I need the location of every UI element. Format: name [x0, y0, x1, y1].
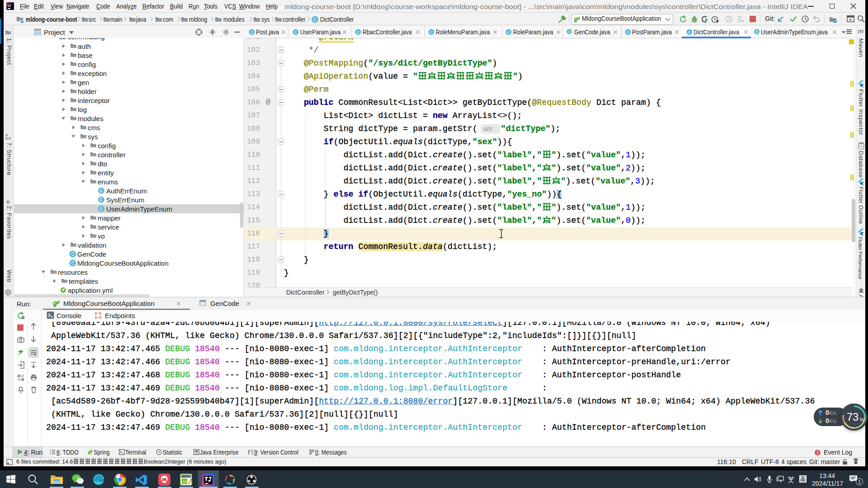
svg-text:E: E: [99, 206, 103, 211]
svg-text:%: %: [860, 417, 864, 422]
svg-text:C: C: [250, 30, 254, 35]
svg-text:E: E: [755, 29, 758, 34]
svg-text:E: E: [99, 197, 103, 202]
svg-text:C: C: [430, 30, 433, 35]
svg-text:C: C: [357, 30, 360, 35]
svg-text:C: C: [313, 17, 316, 22]
svg-text:73: 73: [847, 411, 859, 423]
svg-text:C: C: [507, 30, 510, 35]
svg-text:C: C: [627, 30, 630, 35]
svg-text:C: C: [688, 30, 691, 35]
svg-text:C: C: [294, 30, 297, 35]
svg-text:E: E: [99, 188, 103, 193]
